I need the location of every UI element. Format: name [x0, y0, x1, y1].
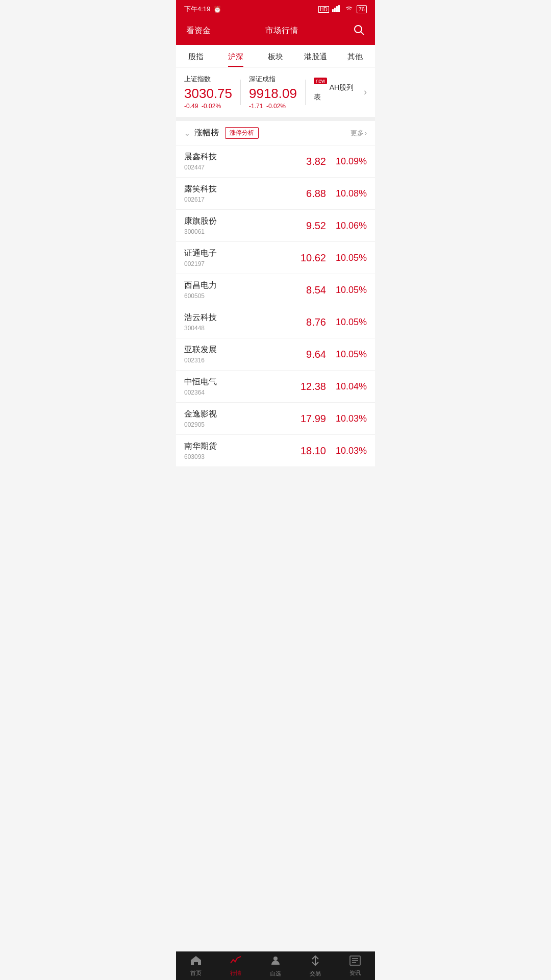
stock-name: 证通电子 [184, 248, 285, 259]
stock-name: 浩云科技 [184, 312, 285, 323]
svg-line-5 [361, 32, 364, 35]
stock-item[interactable]: 康旗股份 300061 9.52 10.06% [176, 210, 375, 242]
stock-code: 600505 [184, 292, 285, 300]
stock-code: 002905 [184, 421, 285, 428]
tab-guzhi[interactable]: 股指 [176, 45, 216, 67]
tab-bankuai[interactable]: 板块 [256, 45, 295, 67]
gainers-section: ⌄ 涨幅榜 涨停分析 更多 › 晨鑫科技 002447 3.82 10.09% … [176, 121, 375, 467]
more-button[interactable]: 更多 › [350, 129, 367, 138]
stock-price: 12.38 [285, 381, 326, 393]
app-header: 看资金 市场行情 [176, 18, 375, 45]
stock-change: 10.08% [326, 188, 367, 199]
stock-change: 10.09% [326, 156, 367, 167]
stock-price: 8.54 [285, 284, 326, 296]
stock-name: 晨鑫科技 [184, 152, 285, 162]
stock-change: 10.05% [326, 317, 367, 328]
wifi-icon [344, 5, 354, 14]
stock-price: 6.88 [285, 188, 326, 200]
status-left: 下午4:19 ⏰ [184, 5, 221, 14]
stock-item[interactable]: 金逸影视 002905 17.99 10.03% [176, 403, 375, 435]
battery-icon: 76 [357, 5, 367, 13]
page-title: 市场行情 [265, 26, 298, 36]
shenzhen-index[interactable]: 深证成指 9918.09 -1.71 -0.02% [249, 75, 297, 110]
stock-price: 9.64 [285, 349, 326, 360]
svg-rect-2 [336, 6, 338, 12]
stock-code: 300061 [184, 228, 285, 235]
stock-code: 002364 [184, 389, 285, 396]
stock-item[interactable]: 西昌电力 600505 8.54 10.05% [176, 274, 375, 306]
ah-list-button[interactable]: new AH股列表 › [314, 83, 367, 102]
stock-name: 金逸影视 [184, 409, 285, 420]
stock-info: 浩云科技 300448 [184, 312, 285, 332]
stock-item[interactable]: 露笑科技 002617 6.88 10.08% [176, 178, 375, 210]
index-divider-2 [305, 80, 306, 105]
stock-name: 露笑科技 [184, 184, 285, 194]
stock-price: 10.62 [285, 252, 326, 264]
stock-info: 金逸影视 002905 [184, 409, 285, 428]
shanghai-change: -0.49 -0.02% [184, 103, 232, 110]
chevron-more-icon: › [365, 129, 367, 137]
stock-price: 17.99 [285, 413, 326, 425]
stock-price: 3.82 [285, 156, 326, 167]
status-time: 下午4:19 [184, 5, 210, 14]
svg-rect-0 [332, 9, 334, 12]
stock-price: 9.52 [285, 220, 326, 232]
tab-hushen[interactable]: 沪深 [216, 45, 256, 67]
stock-info: 露笑科技 002617 [184, 184, 285, 203]
shanghai-index[interactable]: 上证指数 3030.75 -0.49 -0.02% [184, 75, 232, 110]
gainers-header: ⌄ 涨幅榜 涨停分析 更多 › [176, 121, 375, 145]
tab-qita[interactable]: 其他 [335, 45, 375, 67]
stock-price: 8.76 [285, 316, 326, 328]
stock-code: 002617 [184, 196, 285, 203]
sort-icon: ⌄ [184, 129, 190, 137]
stock-info: 中恒电气 002364 [184, 377, 285, 396]
svg-rect-1 [334, 8, 336, 12]
stock-name: 康旗股份 [184, 216, 285, 227]
stock-name: 亚联发展 [184, 345, 285, 355]
stock-info: 康旗股份 300061 [184, 216, 285, 235]
analysis-button[interactable]: 涨停分析 [225, 127, 259, 139]
stock-info: 南华期货 603093 [184, 441, 285, 460]
stock-code: 603093 [184, 453, 285, 460]
stock-change: 10.06% [326, 220, 367, 231]
svg-point-4 [355, 26, 362, 33]
index-section: 上证指数 3030.75 -0.49 -0.02% 深证成指 9918.09 -… [176, 67, 375, 121]
stock-list: 晨鑫科技 002447 3.82 10.09% 露笑科技 002617 6.88… [176, 145, 375, 467]
funds-button[interactable]: 看资金 [186, 26, 211, 36]
stock-change: 10.05% [326, 285, 367, 296]
stock-code: 002447 [184, 164, 285, 171]
stock-code: 300448 [184, 325, 285, 332]
stock-info: 晨鑫科技 002447 [184, 152, 285, 171]
search-icon[interactable] [353, 23, 365, 38]
stock-info: 亚联发展 002316 [184, 345, 285, 364]
stock-price: 18.10 [285, 445, 326, 457]
stock-change: 10.03% [326, 413, 367, 424]
stock-info: 证通电子 002197 [184, 248, 285, 267]
shenzhen-change: -1.71 -0.02% [249, 103, 297, 110]
stock-change: 10.05% [326, 253, 367, 263]
stock-info: 西昌电力 600505 [184, 280, 285, 300]
stock-name: 中恒电气 [184, 377, 285, 387]
stock-name: 南华期货 [184, 441, 285, 452]
tab-ganggutong[interactable]: 港股通 [295, 45, 335, 67]
stock-name: 西昌电力 [184, 280, 285, 291]
signal-icon [332, 5, 341, 14]
stock-code: 002197 [184, 260, 285, 267]
gainers-title: 涨幅榜 [194, 128, 219, 138]
tab-navigation: 股指 沪深 板块 港股通 其他 [176, 45, 375, 67]
stock-item[interactable]: 中恒电气 002364 12.38 10.04% [176, 371, 375, 403]
stock-change: 10.04% [326, 381, 367, 392]
stock-item[interactable]: 证通电子 002197 10.62 10.05% [176, 242, 375, 274]
stock-item[interactable]: 晨鑫科技 002447 3.82 10.09% [176, 145, 375, 178]
stock-item[interactable]: 浩云科技 300448 8.76 10.05% [176, 306, 375, 338]
stock-change: 10.03% [326, 446, 367, 456]
svg-rect-3 [338, 5, 340, 12]
index-divider [240, 80, 241, 105]
stock-change: 10.05% [326, 349, 367, 360]
ah-new-badge: new [314, 78, 327, 84]
status-right: HD 76 [318, 5, 367, 14]
stock-item[interactable]: 亚联发展 002316 9.64 10.05% [176, 338, 375, 371]
stock-item[interactable]: 南华期货 603093 18.10 10.03% [176, 435, 375, 467]
alarm-icon: ⏰ [213, 6, 221, 13]
hd-label: HD [318, 6, 329, 13]
